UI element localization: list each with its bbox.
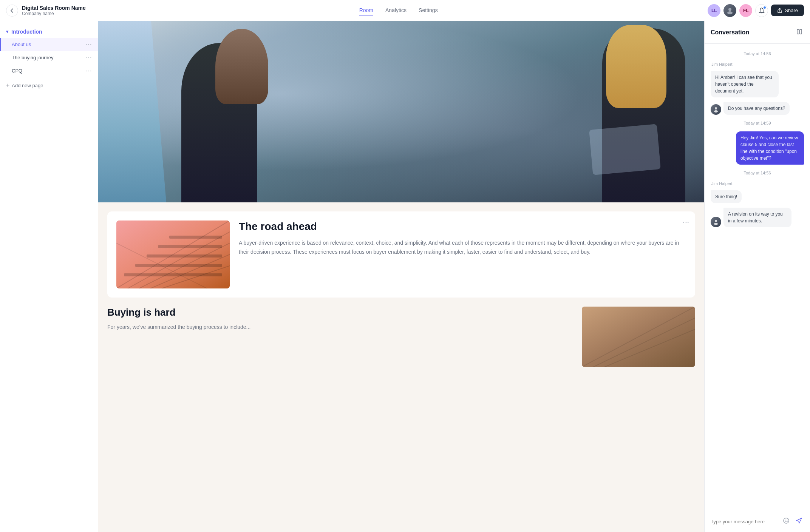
message-bubble-3: Hey Jim! Yes, can we review clause 5 and… (736, 131, 804, 165)
svg-point-24 (784, 518, 789, 523)
message-sender-4: Jim Halpert (711, 181, 804, 186)
svg-point-25 (785, 520, 786, 521)
content-area: ··· (98, 21, 704, 532)
app-title: Digital Sales Room Name (22, 5, 86, 11)
avatar-jim-2 (711, 217, 721, 227)
svg-rect-10 (135, 264, 222, 267)
add-page-button[interactable]: + Add new page (0, 79, 98, 92)
card-section: ··· (98, 202, 704, 307)
nav-right: LL FL Share (708, 4, 804, 17)
person-left-shape (98, 21, 166, 202)
company-info: Digital Sales Room Name Company name (22, 5, 86, 16)
sidebar-section-label: Introduction (11, 29, 42, 35)
share-icon (777, 8, 782, 13)
sidebar-item-buying-journey[interactable]: The buying journey ⋯ (0, 51, 98, 64)
message-input[interactable] (711, 519, 778, 524)
panel-collapse-icon (796, 29, 802, 35)
message-bubble-2: Do you have any questions? (723, 102, 790, 115)
card-body: A buyer-driven experience is based on re… (239, 239, 686, 257)
card-text-content: The road ahead A buyer-driven experience… (239, 221, 686, 257)
section-below: Buying is hard For years, we've summariz… (98, 307, 704, 376)
card-title: The road ahead (239, 221, 686, 233)
item-menu-icon[interactable]: ⋯ (86, 67, 92, 74)
add-page-label: Add new page (12, 83, 43, 88)
user-photo-icon (726, 7, 734, 14)
stair-svg (116, 221, 230, 288)
sidebar-item-label: CPQ (12, 68, 22, 74)
message-row-5: A revision on its way to you in a few mi… (711, 208, 804, 227)
svg-point-26 (787, 520, 788, 521)
company-name: Company name (22, 11, 86, 16)
message-bubble-5: A revision on its way to you in a few mi… (723, 208, 791, 227)
tab-settings[interactable]: Settings (419, 6, 438, 15)
avatar-jim (711, 104, 721, 115)
sidebar-item-cpq[interactable]: CPQ ⋯ (0, 64, 98, 77)
avatar-photo[interactable] (723, 4, 736, 17)
share-button[interactable]: Share (771, 5, 804, 16)
content-card: ··· (107, 211, 695, 298)
svg-rect-9 (124, 273, 222, 276)
svg-point-22 (715, 220, 717, 222)
svg-rect-13 (169, 236, 222, 239)
notification-dot (763, 6, 766, 9)
main-layout: ▾ Introduction About us ⋯ The buying jou… (0, 21, 810, 532)
sidebar-section-introduction[interactable]: ▾ Introduction (0, 26, 98, 38)
svg-point-0 (728, 8, 731, 11)
emoji-icon (783, 517, 790, 524)
message-sender-1: Jim Halpert (711, 62, 804, 66)
chevron-down-icon: ▾ (6, 29, 8, 34)
card-thumbnail (116, 221, 230, 288)
conversation-title: Conversation (711, 29, 749, 36)
tab-room[interactable]: Room (359, 6, 373, 15)
section-title: Buying is hard (107, 307, 573, 318)
section-body: For years, we've summarized the buying p… (107, 323, 573, 332)
send-button[interactable] (794, 516, 804, 527)
section-thumbnail (582, 307, 695, 367)
plus-icon: + (6, 82, 9, 89)
emoji-button[interactable] (781, 516, 791, 527)
section-text-content: Buying is hard For years, we've summariz… (107, 307, 573, 367)
sidebar-item-label: The buying journey (12, 55, 54, 60)
message-row-3: Hey Jim! Yes, can we review clause 5 and… (711, 131, 804, 165)
sidebar: ▾ Introduction About us ⋯ The buying jou… (0, 21, 98, 532)
laptop-shape (589, 124, 661, 175)
back-button[interactable] (6, 5, 18, 17)
sidebar-item-about-us[interactable]: About us ⋯ (0, 38, 98, 51)
timestamp-3: Today at 14:56 (711, 171, 804, 175)
top-navigation: Digital Sales Room Name Company name Roo… (0, 0, 810, 21)
svg-point-23 (714, 223, 718, 225)
hair-center (215, 29, 268, 104)
hero-overlay (98, 21, 704, 202)
send-icon (796, 517, 802, 524)
conversation-header: Conversation (705, 21, 810, 44)
tab-analytics[interactable]: Analytics (385, 6, 407, 15)
conversation-input-area (705, 511, 810, 532)
conversation-panel: Conversation Today at 14:56 Jim Halpert … (704, 21, 810, 532)
card-more-button[interactable]: ··· (683, 217, 689, 226)
svg-rect-18 (797, 29, 799, 34)
sidebar-item-label: About us (12, 42, 31, 47)
user-icon (713, 106, 719, 113)
bottom-row: Buying is hard For years, we've summariz… (107, 307, 695, 367)
svg-point-1 (727, 11, 733, 14)
notification-button[interactable] (755, 4, 768, 17)
hero-image (98, 21, 704, 202)
section-thumbnail-svg (582, 307, 695, 367)
timestamp-2: Today at 14:59 (711, 121, 804, 125)
hair-right (606, 25, 666, 108)
item-menu-icon[interactable]: ⋯ (86, 41, 92, 48)
conversation-collapse-button[interactable] (795, 27, 804, 37)
timestamp-1: Today at 14:56 (711, 51, 804, 56)
svg-point-21 (714, 110, 718, 113)
svg-rect-12 (158, 245, 222, 248)
message-row-2: Do you have any questions? (711, 102, 804, 115)
message-row-1: Hi Amber! I can see that you haven't ope… (711, 71, 804, 97)
avatar-ll[interactable]: LL (708, 4, 720, 17)
svg-rect-11 (147, 254, 222, 258)
message-bubble-1: Hi Amber! I can see that you haven't ope… (711, 71, 779, 97)
avatar-fl[interactable]: FL (739, 4, 752, 17)
card-inner: The road ahead A buyer-driven experience… (116, 221, 686, 288)
user-icon-2 (713, 219, 719, 225)
nav-left: Digital Sales Room Name Company name (6, 5, 89, 17)
item-menu-icon[interactable]: ⋯ (86, 54, 92, 61)
